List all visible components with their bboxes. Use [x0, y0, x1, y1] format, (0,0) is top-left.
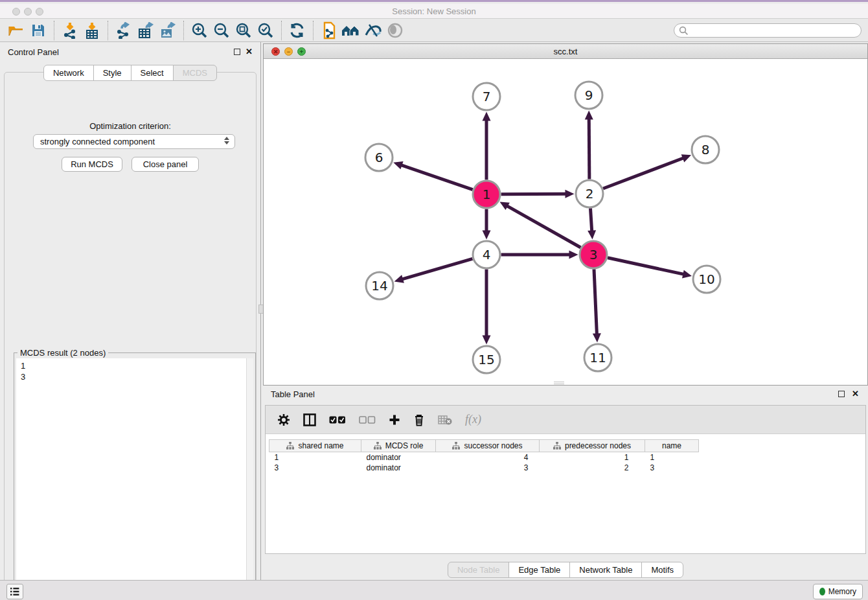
cell-name[interactable]: 1 — [645, 452, 699, 463]
result-line: 3 — [21, 371, 253, 382]
table-row[interactable]: 3dominator323 — [269, 463, 699, 473]
close-panel-button[interactable]: Close panel — [131, 157, 199, 172]
node-label-4: 4 — [483, 247, 491, 262]
show-columns-icon[interactable] — [303, 413, 316, 426]
cell-predecessor-nodes[interactable]: 1 — [540, 452, 645, 463]
function-builder-icon[interactable]: f(x) — [465, 413, 481, 426]
table-tabs: Node TableEdge TableNetwork TableMotifs — [263, 562, 868, 578]
import-table-icon[interactable] — [81, 21, 103, 40]
node-label-10: 10 — [698, 271, 714, 287]
cell-mcds-role[interactable]: dominator — [361, 463, 436, 473]
cell-successor-nodes[interactable]: 4 — [436, 452, 540, 463]
network-resize-grip[interactable] — [554, 382, 564, 384]
optimization-criterion-select[interactable]: strongly connected component — [33, 134, 235, 149]
graph-edge-2-3[interactable] — [590, 208, 591, 232]
application-window: Session: New Session — [0, 0, 868, 600]
graph-edge-3-10[interactable] — [608, 258, 685, 275]
status-bar: Memory — [0, 580, 868, 600]
cell-successor-nodes[interactable]: 3 — [436, 463, 540, 473]
search-icon — [679, 26, 689, 36]
memory-label: Memory — [828, 587, 856, 596]
graph-edge-1-6[interactable] — [400, 165, 473, 189]
mcds-result-group: MCDS result (2 nodes) 13 — [14, 352, 256, 599]
mcds-result-text[interactable]: 13 — [16, 358, 253, 597]
graph-edge-2-9[interactable] — [589, 117, 589, 179]
tab-network-table[interactable]: Network Table — [569, 562, 642, 578]
run-mcds-button[interactable]: Run MCDS — [62, 157, 122, 172]
zoom-out-icon[interactable] — [211, 21, 233, 40]
home-network-icon[interactable] — [340, 21, 362, 40]
float-table-panel-icon[interactable] — [838, 391, 845, 397]
node-table: shared nameMCDS rolesuccessor nodesprede… — [269, 439, 699, 473]
cell-name[interactable]: 3 — [645, 463, 699, 473]
column-header-predecessor-nodes[interactable]: predecessor nodes — [540, 440, 645, 452]
result-scrollbar[interactable] — [246, 358, 253, 597]
graph-edge-3-1[interactable] — [506, 205, 580, 248]
delete-column-icon[interactable] — [413, 413, 425, 426]
tab-style[interactable]: Style — [93, 65, 131, 81]
node-label-1: 1 — [483, 187, 491, 202]
export-table-icon[interactable] — [135, 21, 157, 40]
cell-shared-name[interactable]: 1 — [269, 452, 361, 463]
column-type-icon — [374, 442, 382, 450]
memory-button[interactable]: Memory — [813, 584, 863, 599]
cell-mcds-role[interactable]: dominator — [361, 452, 436, 463]
optimization-criterion-label: Optimization criterion: — [5, 121, 256, 131]
float-panel-icon[interactable] — [234, 49, 240, 55]
table-row[interactable]: 1dominator411 — [269, 452, 699, 463]
close-table-panel-icon[interactable]: ✕ — [852, 389, 859, 398]
zoom-fit-icon[interactable] — [233, 21, 255, 40]
table-panel-title: Table Panel — [271, 389, 315, 399]
open-file-icon[interactable] — [5, 21, 27, 40]
search-box — [674, 23, 862, 38]
cell-predecessor-nodes[interactable]: 2 — [540, 463, 645, 473]
tab-motifs[interactable]: Motifs — [641, 562, 683, 578]
birdseye-view-icon[interactable] — [384, 21, 406, 40]
mcds-result-title: MCDS result (2 nodes) — [17, 348, 108, 358]
export-network-icon[interactable] — [113, 21, 135, 40]
network-canvas[interactable]: 7968124314101511 — [264, 59, 867, 385]
search-input[interactable] — [689, 25, 861, 36]
control-panel-title: Control Panel — [8, 47, 59, 57]
network-window-titlebar[interactable]: ✕ − + scc.txt — [264, 44, 867, 59]
select-all-columns-icon[interactable] — [329, 415, 346, 424]
graph-edge-1-2[interactable] — [501, 194, 567, 194]
add-column-icon[interactable] — [389, 414, 400, 426]
column-header-successor-nodes[interactable]: successor nodes — [436, 440, 540, 452]
graph-edge-3-11[interactable] — [594, 269, 597, 335]
hide-details-icon[interactable] — [362, 21, 384, 40]
tab-mcds[interactable]: MCDS — [173, 65, 217, 81]
edge-arrowhead — [565, 190, 574, 198]
control-panel-tabs: NetworkStyleSelectMCDS — [0, 65, 260, 81]
tab-node-table[interactable]: Node Table — [448, 562, 510, 578]
node-label-8: 8 — [702, 142, 710, 157]
tab-edge-table[interactable]: Edge Table — [508, 562, 570, 578]
close-panel-icon[interactable]: ✕ — [246, 47, 253, 56]
column-header-shared-name[interactable]: shared name — [269, 440, 361, 452]
edge-arrowhead — [393, 161, 403, 169]
import-network-icon[interactable] — [59, 21, 81, 40]
column-header-mcds-role[interactable]: MCDS role — [361, 440, 436, 452]
first-neighbors-icon[interactable] — [318, 21, 340, 40]
graph-edge-4-14[interactable] — [401, 259, 472, 279]
save-session-icon[interactable] — [27, 21, 49, 40]
tab-select[interactable]: Select — [131, 65, 174, 81]
task-list-icon — [10, 588, 19, 595]
zoom-selected-icon[interactable] — [255, 21, 277, 40]
zoom-in-icon[interactable] — [188, 21, 211, 40]
edge-arrowhead — [483, 336, 491, 345]
graph-edge-2-8[interactable] — [603, 157, 685, 189]
task-history-button[interactable] — [6, 584, 23, 599]
column-header-name[interactable]: name — [645, 440, 699, 452]
column-type-icon — [286, 442, 294, 450]
cell-shared-name[interactable]: 3 — [269, 463, 361, 473]
tab-network[interactable]: Network — [43, 65, 94, 81]
deselect-all-columns-icon[interactable] — [359, 415, 376, 424]
delete-table-icon[interactable] — [438, 415, 452, 425]
main-toolbar — [0, 19, 868, 42]
column-type-icon — [553, 442, 561, 450]
export-image-icon[interactable] — [157, 21, 179, 40]
gear-icon[interactable] — [277, 413, 290, 426]
table-toolbar: f(x) — [266, 406, 865, 434]
apply-layout-icon[interactable] — [286, 21, 308, 40]
